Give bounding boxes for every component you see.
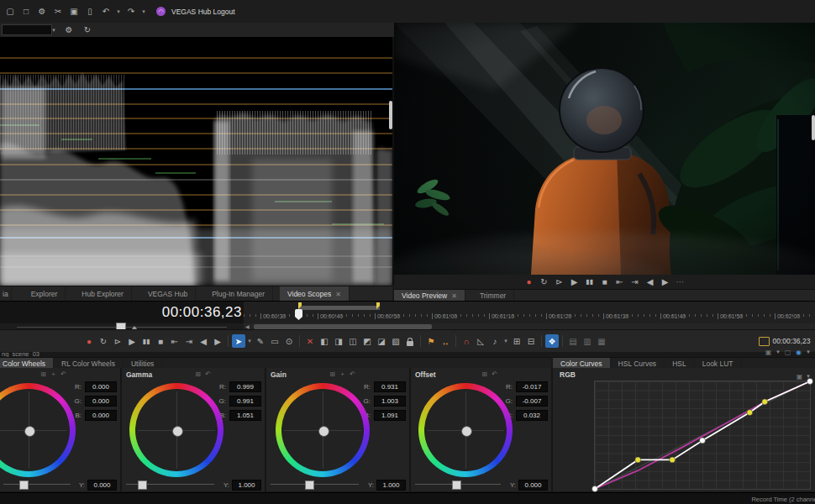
bypass-grade-icon[interactable]: ◉ [794, 348, 803, 357]
next-frame-button[interactable]: ▶ [211, 334, 224, 348]
preview-scrollbar[interactable] [812, 115, 815, 140]
loop-region-bar[interactable] [298, 306, 380, 310]
wheel-handle[interactable] [318, 426, 329, 437]
scope-scrollbar[interactable] [389, 101, 392, 129]
split-screen-icon[interactable]: ▢ [783, 348, 792, 357]
lift-b-value[interactable]: 0.000 [85, 410, 117, 421]
scope-preset-select[interactable] [2, 24, 52, 35]
preview-play-button[interactable]: ▶ [568, 276, 581, 289]
preview-stop-button[interactable]: ■ [598, 276, 612, 289]
lift-y-slider[interactable] [3, 480, 71, 490]
wheel-sync-icon[interactable]: ⊞ [39, 370, 48, 379]
preview-go-to-start-button[interactable]: ⇤ [613, 276, 627, 289]
vegas-hub-icon[interactable]: ◠ [156, 7, 166, 16]
scope-settings-icon[interactable]: ⚙ [62, 24, 76, 37]
wheel-sync-icon[interactable]: ⊞ [480, 370, 489, 379]
split-trim-button[interactable]: ◪ [375, 334, 388, 348]
grade-preset-icon[interactable]: ▣ [764, 348, 773, 357]
new-project-icon[interactable]: ▢ [3, 5, 17, 18]
fx-dropdown-icon[interactable]: ▾ [502, 334, 509, 348]
wheel-reset-icon[interactable]: ↶ [348, 370, 357, 379]
gamma-y-value[interactable]: 1.000 [232, 480, 261, 491]
color-grading-button[interactable]: ❖ [545, 334, 559, 348]
loop-playback-button[interactable]: ↻ [97, 334, 110, 348]
play-button[interactable]: ▶ [125, 334, 139, 348]
wheel-reset-icon[interactable]: ↶ [490, 370, 499, 379]
wheel-sync-icon[interactable]: ⊞ [193, 370, 202, 379]
lock-button[interactable] [403, 334, 417, 348]
preview-go-to-end-button[interactable]: ⇥ [628, 276, 642, 289]
preview-loop-button[interactable]: ↻ [538, 276, 551, 289]
pause-button[interactable]: ▮▮ [139, 334, 153, 348]
snapping-button[interactable]: ∩ [460, 334, 473, 348]
tab-video-preview[interactable]: Video Preview ✕ [394, 290, 465, 302]
gamma-r-value[interactable]: 0.999 [229, 381, 261, 392]
curve-point[interactable] [592, 486, 598, 492]
wheel-reset-icon[interactable]: ↶ [59, 370, 68, 379]
go-to-start-button[interactable]: ⇤ [168, 334, 181, 348]
tab-vegas-hub[interactable]: VEGAS Hub [140, 286, 196, 302]
tab-explorer[interactable]: Explorer [24, 286, 66, 302]
loop-end-flag[interactable] [376, 302, 380, 309]
curve-editor[interactable] [594, 381, 811, 490]
normal-edit-tool-button[interactable]: ➤ [232, 334, 245, 348]
dock-layout-3-button[interactable]: ▦ [595, 334, 608, 348]
slide-button[interactable]: ◩ [360, 334, 374, 348]
playhead[interactable] [295, 309, 302, 320]
auto-ripple-button[interactable]: ◺ [474, 334, 487, 348]
open-project-icon[interactable]: □ [19, 5, 33, 18]
curve-point[interactable] [747, 410, 753, 416]
preview-next-frame-button[interactable]: ▶ [659, 276, 672, 289]
envelope-edit-tool-button[interactable]: ✎ [254, 334, 267, 348]
offset-g-value[interactable]: -0.007 [516, 396, 548, 407]
mixer-button[interactable]: ⊞ [510, 334, 523, 348]
tab-video-scopes[interactable]: Video Scopes ✕ [280, 286, 350, 302]
preview-previous-frame-button[interactable]: ◀ [644, 276, 657, 289]
offset-color-wheel[interactable] [418, 383, 513, 477]
offset-y-value[interactable]: 0.000 [518, 480, 548, 491]
go-to-end-button[interactable]: ⇥ [182, 334, 196, 348]
trim-end-button[interactable]: ◨ [332, 334, 345, 348]
plugin-chain-button[interactable]: ⊟ [524, 334, 538, 348]
wheel-reset-icon[interactable]: ↶ [203, 370, 213, 379]
offset-r-value[interactable]: -0.017 [516, 381, 548, 392]
wheel-handle[interactable] [172, 426, 183, 437]
copy-icon[interactable]: ▣ [67, 5, 81, 18]
wheel-handle[interactable] [461, 426, 472, 437]
play-from-start-button[interactable]: ⊳ [111, 334, 124, 348]
gain-r-value[interactable]: 0.931 [374, 381, 406, 392]
gain-g-value[interactable]: 1.003 [374, 396, 406, 407]
lift-r-value[interactable]: 0.000 [85, 381, 117, 392]
curve-point[interactable] [670, 457, 676, 463]
gain-y-slider[interactable] [271, 480, 359, 490]
redo-dropdown-icon[interactable]: ▾ [140, 5, 147, 18]
selection-start-chip[interactable]: 00:00:36,23 [759, 337, 810, 346]
preview-record-button[interactable]: ● [523, 276, 536, 289]
offset-y-slider[interactable] [415, 480, 501, 490]
wheel-pick-icon[interactable]: + [338, 370, 347, 379]
undo-icon[interactable]: ↶ [99, 5, 113, 18]
gamma-g-value[interactable]: 0.991 [229, 396, 261, 407]
redo-icon[interactable]: ↷ [124, 5, 138, 18]
wheel-sync-icon[interactable]: ⊞ [328, 370, 337, 379]
event-fx-button[interactable]: ♪ [488, 334, 502, 348]
lift-color-wheel[interactable] [0, 383, 76, 477]
previous-frame-button[interactable]: ◀ [197, 334, 210, 348]
tab-hub-explorer[interactable]: Hub Explorer [74, 286, 132, 302]
offset-b-value[interactable]: 0.032 [516, 410, 548, 421]
tool-dropdown-icon[interactable]: ▾ [246, 334, 253, 348]
gain-b-value[interactable]: 1.091 [374, 410, 406, 421]
curve-options-icon[interactable]: ▣ [795, 372, 804, 381]
vegas-hub-logout[interactable]: VEGAS Hub Logout [171, 8, 235, 16]
tab-plugin-manager[interactable]: Plug-In Manager [204, 286, 273, 302]
delete-button[interactable]: ✕ [303, 334, 317, 348]
curve-point[interactable] [700, 438, 706, 444]
selection-edit-tool-button[interactable]: ▭ [268, 334, 281, 348]
lift-y-value[interactable]: 0.000 [87, 480, 117, 491]
wheel-pick-icon[interactable]: + [49, 370, 58, 379]
curve-point[interactable] [635, 457, 641, 463]
gamma-b-value[interactable]: 1.051 [229, 410, 261, 421]
paste-icon[interactable]: ▯ [83, 5, 97, 18]
preview-play-from-start-button[interactable]: ⊳ [553, 276, 566, 289]
properties-gear-icon[interactable]: ⚙ [35, 5, 49, 18]
